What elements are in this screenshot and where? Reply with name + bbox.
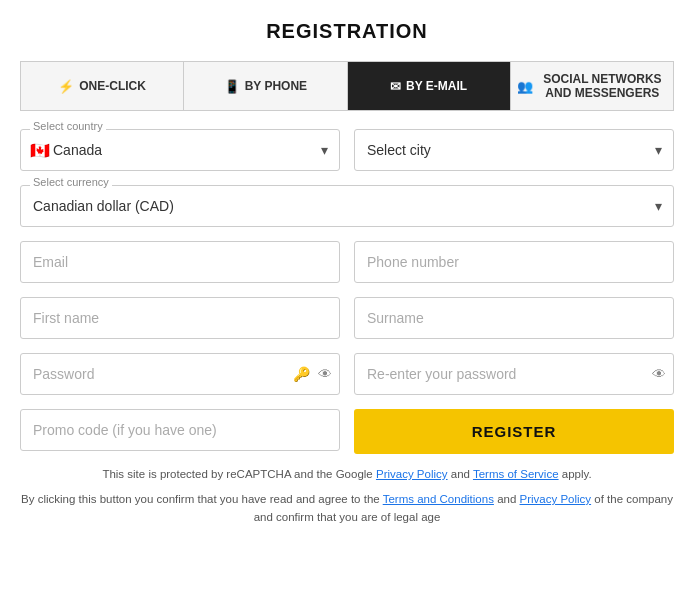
- phone-icon: 📱: [224, 79, 240, 94]
- promo-input[interactable]: [20, 409, 340, 451]
- tab-social-label: SOCIAL NETWORKS AND MESSENGERS: [538, 72, 667, 100]
- country-select-wrapper: 🇨🇦 Canada United States United Kingdom: [20, 129, 340, 171]
- surname-field-group: [354, 297, 674, 339]
- tab-by-email[interactable]: ✉ BY E-MAIL: [348, 62, 511, 110]
- reenter-eye-icon[interactable]: 👁: [652, 366, 666, 382]
- country-label: Select country: [30, 120, 106, 132]
- phone-field-group: [354, 241, 674, 283]
- reenter-wrapper: 👁: [354, 353, 674, 395]
- captcha-terms-link[interactable]: Terms of Service: [473, 468, 559, 480]
- email-input[interactable]: [20, 241, 340, 283]
- password-field-group: 🔑 👁: [20, 353, 340, 395]
- country-select[interactable]: Canada United States United Kingdom: [20, 129, 340, 171]
- password-row: 🔑 👁 👁: [20, 353, 674, 395]
- currency-row: Select currency Canadian dollar (CAD) US…: [20, 185, 674, 227]
- password-wrapper: 🔑 👁: [20, 353, 340, 395]
- terms-link2[interactable]: Privacy Policy: [520, 493, 592, 505]
- email-icon: ✉: [390, 79, 401, 94]
- tab-social[interactable]: 👥 SOCIAL NETWORKS AND MESSENGERS: [511, 62, 673, 110]
- captcha-text-main: This site is protected by reCAPTCHA and …: [102, 468, 372, 480]
- terms-notice: By clicking this button you confirm that…: [20, 490, 674, 527]
- captcha-apply: apply.: [562, 468, 592, 480]
- phone-input[interactable]: [354, 241, 674, 283]
- email-field-group: [20, 241, 340, 283]
- captcha-notice: This site is protected by reCAPTCHA and …: [20, 468, 674, 480]
- tab-by-phone[interactable]: 📱 BY PHONE: [184, 62, 347, 110]
- register-button[interactable]: REGISTER: [354, 409, 674, 454]
- key-icon[interactable]: 🔑: [293, 366, 310, 382]
- terms-and: and: [497, 493, 519, 505]
- tab-one-click-label: ONE-CLICK: [79, 79, 146, 93]
- tab-by-phone-label: BY PHONE: [245, 79, 307, 93]
- email-phone-row: [20, 241, 674, 283]
- currency-label: Select currency: [30, 176, 112, 188]
- tab-one-click[interactable]: ⚡ ONE-CLICK: [21, 62, 184, 110]
- firstname-input[interactable]: [20, 297, 340, 339]
- terms-text1: By clicking this button you confirm that…: [21, 493, 380, 505]
- currency-field: Select currency Canadian dollar (CAD) US…: [20, 185, 674, 227]
- reenter-input[interactable]: [354, 353, 674, 395]
- city-field: Select city Toronto Vancouver: [354, 129, 674, 171]
- password-input[interactable]: [20, 353, 340, 395]
- name-row: [20, 297, 674, 339]
- social-icon: 👥: [517, 79, 533, 94]
- captcha-privacy-link[interactable]: Privacy Policy: [376, 468, 448, 480]
- lightning-icon: ⚡: [58, 79, 74, 94]
- country-field: Select country 🇨🇦 Canada United States U…: [20, 129, 340, 171]
- password-icons: 🔑 👁: [293, 366, 332, 382]
- currency-select[interactable]: Canadian dollar (CAD) US Dollar (USD) Eu…: [20, 185, 674, 227]
- reenter-icons: 👁: [652, 366, 666, 382]
- promo-field-group: [20, 409, 340, 454]
- tab-by-email-label: BY E-MAIL: [406, 79, 467, 93]
- captcha-and: and: [451, 468, 473, 480]
- eye-icon[interactable]: 👁: [318, 366, 332, 382]
- tabs-bar: ⚡ ONE-CLICK 📱 BY PHONE ✉ BY E-MAIL 👥 SOC…: [20, 61, 674, 111]
- promo-register-row: REGISTER: [20, 409, 674, 454]
- reenter-field-group: 👁: [354, 353, 674, 395]
- terms-link1[interactable]: Terms and Conditions: [383, 493, 494, 505]
- currency-select-wrapper: Canadian dollar (CAD) US Dollar (USD) Eu…: [20, 185, 674, 227]
- country-city-row: Select country 🇨🇦 Canada United States U…: [20, 129, 674, 171]
- firstname-field-group: [20, 297, 340, 339]
- register-field-group: REGISTER: [354, 409, 674, 454]
- surname-input[interactable]: [354, 297, 674, 339]
- page-title: REGISTRATION: [20, 20, 674, 43]
- city-select[interactable]: Select city Toronto Vancouver: [354, 129, 674, 171]
- city-select-wrapper: Select city Toronto Vancouver: [354, 129, 674, 171]
